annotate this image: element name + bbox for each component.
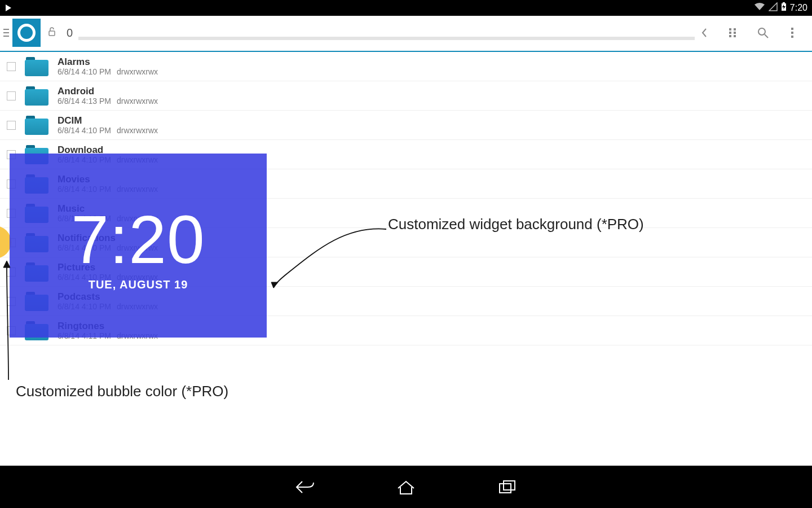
annotation-widget-bg: Customized widget background (*PRO) (388, 216, 644, 233)
status-left (5, 4, 12, 12)
svg-marker-18 (3, 261, 10, 268)
path-label[interactable]: 0 (67, 27, 73, 40)
row-checkbox[interactable] (7, 121, 16, 130)
toolbar: 0 (0, 16, 812, 50)
svg-marker-0 (6, 5, 11, 11)
file-row[interactable]: Alarms6/8/14 4:10 PMdrwxrwxrwx (0, 52, 812, 81)
widget-date: TUE, AUGUST 19 (89, 278, 188, 291)
svg-rect-19 (500, 484, 511, 493)
nav-recent-button[interactable] (496, 476, 519, 498)
nav-home-button[interactable] (395, 476, 417, 498)
svg-line-13 (765, 34, 768, 38)
status-bar: 7:20 (0, 0, 812, 16)
file-row[interactable]: DCIM6/8/14 4:10 PMdrwxrwxrwx (0, 111, 812, 140)
svg-marker-17 (271, 282, 278, 288)
svg-rect-16 (791, 36, 793, 38)
row-meta: DCIM6/8/14 4:10 PMdrwxrwxrwx (58, 115, 158, 135)
battery-icon (781, 2, 787, 14)
svg-rect-6 (729, 28, 731, 30)
svg-rect-5 (49, 31, 55, 36)
svg-rect-11 (734, 35, 736, 37)
svg-rect-14 (791, 28, 793, 30)
app-icon[interactable] (12, 19, 41, 47)
clock-widget[interactable]: 7:20 TUE, AUGUST 19 (10, 154, 267, 338)
folder-icon (25, 116, 48, 135)
file-sub: 6/8/14 4:10 PMdrwxrwxrwx (58, 67, 158, 76)
search-icon[interactable] (757, 27, 769, 39)
svg-rect-20 (504, 481, 515, 490)
overflow-icon[interactable] (786, 27, 798, 39)
file-name: Android (58, 86, 158, 97)
row-checkbox[interactable] (7, 62, 16, 71)
nav-bar (0, 466, 812, 508)
svg-point-12 (758, 28, 765, 35)
svg-rect-8 (729, 35, 731, 37)
file-name: Alarms (58, 56, 158, 68)
file-sub: 6/8/14 4:10 PMdrwxrwxrwx (58, 126, 158, 135)
row-meta: Alarms6/8/14 4:10 PMdrwxrwxrwx (58, 56, 158, 77)
unlock-icon[interactable] (46, 26, 58, 40)
svg-rect-15 (791, 32, 793, 34)
file-name: DCIM (58, 115, 158, 126)
row-meta: Android6/8/14 4:13 PMdrwxrwxrwx (58, 86, 158, 106)
folder-icon (25, 86, 48, 106)
svg-rect-7 (729, 32, 731, 34)
cell-icon (769, 2, 778, 14)
folder-icon (25, 57, 48, 76)
svg-rect-3 (783, 2, 785, 3)
file-row[interactable]: Android6/8/14 4:13 PMdrwxrwxrwx (0, 81, 812, 111)
path-track (78, 37, 695, 40)
status-time: 7:20 (790, 3, 807, 13)
drawer-handle[interactable] (3, 29, 9, 37)
grid-icon[interactable] (727, 27, 740, 39)
svg-rect-10 (734, 32, 736, 34)
annotation-bubble: Customized bubble color (*PRO) (16, 383, 228, 400)
svg-marker-1 (769, 3, 777, 11)
file-sub: 6/8/14 4:13 PMdrwxrwxrwx (58, 97, 158, 106)
back-icon[interactable] (698, 27, 710, 39)
wifi-icon (754, 2, 765, 14)
status-right: 7:20 (754, 2, 807, 14)
row-checkbox[interactable] (7, 91, 16, 100)
nav-back-button[interactable] (293, 476, 316, 498)
svg-rect-9 (734, 28, 736, 30)
widget-time: 7:20 (71, 200, 205, 278)
